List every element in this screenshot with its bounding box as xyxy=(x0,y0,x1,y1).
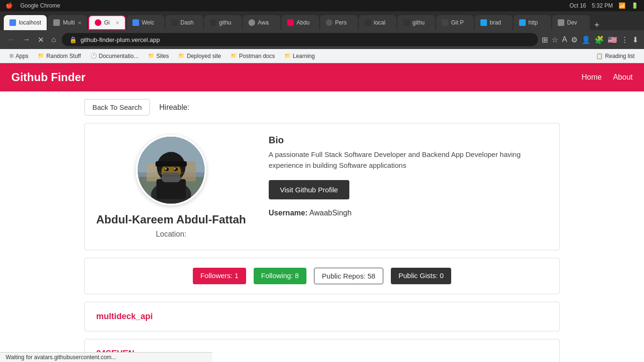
tab-localhost[interactable]: localhost xyxy=(4,15,47,30)
tab-brad[interactable]: brad xyxy=(475,15,512,30)
followers-badge: Followers: 1 xyxy=(193,268,246,284)
tab-http[interactable]: http xyxy=(513,15,551,30)
public-repos-badge: Public Repos: 58 xyxy=(314,268,383,284)
profile-icon[interactable]: 👤 xyxy=(581,35,591,44)
os-date: Oct 16 xyxy=(570,2,586,9)
bookmark-sites-label: Sites xyxy=(157,53,169,59)
navbar: Github Finder Home About xyxy=(0,63,644,91)
back-nav-button[interactable]: ← xyxy=(6,33,17,46)
tab-close-gi[interactable]: ✕ xyxy=(116,20,119,25)
username-row: Username: AwaabSingh xyxy=(269,209,548,217)
tab-dev[interactable]: Dev xyxy=(552,15,590,30)
bookmark-postman[interactable]: 📁 Postman docs xyxy=(227,52,279,60)
new-tab-button[interactable]: + xyxy=(591,20,603,30)
username-label: Username: xyxy=(269,209,308,217)
chrome-app-name: Google Chrome xyxy=(20,2,60,9)
profile-location: Location: xyxy=(156,230,186,239)
main-content: Back To Search Hireable: xyxy=(77,91,567,362)
bio-text: A passionate Full Stack Software Develop… xyxy=(269,149,548,171)
url-box[interactable]: 🔒 github-finder-plum.vercel.app xyxy=(62,33,538,46)
bookmark-random[interactable]: 📁 Random Stuff xyxy=(34,52,84,60)
profile-right: Bio A passionate Full Stack Software Dev… xyxy=(269,135,548,217)
tab-close-multi[interactable]: ✕ xyxy=(78,20,82,25)
bookmark-documentation[interactable]: 🕐 Documentatio... xyxy=(87,52,142,60)
public-gists-badge: Public Gists: 0 xyxy=(391,268,451,284)
folder-icon-deployed: 📁 xyxy=(178,53,185,59)
bookmark-postman-label: Postman docs xyxy=(239,53,275,59)
apple-icon: 🍎 xyxy=(6,2,13,9)
tab-gi[interactable]: Gi ✕ xyxy=(88,15,126,30)
back-to-search-button[interactable]: Back To Search xyxy=(84,99,150,115)
star-icon[interactable]: ☆ xyxy=(552,35,558,44)
folder-icon-sites: 📁 xyxy=(148,53,155,59)
bookmark-sites[interactable]: 📁 Sites xyxy=(144,52,173,60)
location-label: Location: xyxy=(156,230,186,238)
wifi-icon: 📶 xyxy=(619,2,626,9)
folder-icon-learning: 📁 xyxy=(284,53,291,59)
visit-github-button[interactable]: Visit Github Profile xyxy=(269,180,349,199)
battery-icon: 🔋 xyxy=(631,2,638,9)
address-bar: ← → ✕ ⌂ 🔒 github-finder-plum.vercel.app … xyxy=(0,30,644,49)
folder-icon-docs: 🕐 xyxy=(91,53,97,59)
profile-name: Abdul-Kareem Abdul-Fattah xyxy=(96,213,246,226)
tab-multi[interactable]: Multi ✕ xyxy=(48,15,87,30)
navbar-about-link[interactable]: About xyxy=(613,73,633,82)
apps-bm-icon: ⊞ xyxy=(9,53,14,59)
reading-list-button[interactable]: 📋 Reading list xyxy=(592,52,638,60)
tab-githu[interactable]: githu xyxy=(204,15,242,30)
repo-card-0: multideck_api xyxy=(84,302,560,331)
following-badge: Following: 8 xyxy=(254,268,306,284)
folder-icon-postman: 📁 xyxy=(231,53,237,59)
profile-left: Abdul-Kareem Abdul-Fattah Location: xyxy=(96,135,246,239)
home-button[interactable]: ⌂ xyxy=(50,33,58,46)
download-icon[interactable]: ⬇ xyxy=(632,35,638,44)
reading-list-label: Reading list xyxy=(605,53,635,59)
bookmark-deployed[interactable]: 📁 Deployed site xyxy=(174,52,225,60)
os-time: 5:32 PM xyxy=(592,2,613,9)
extensions-icon[interactable]: 🧩 xyxy=(594,35,604,44)
flags-icon[interactable]: 🇺🇸 xyxy=(608,35,617,44)
username-value: AwaabSingh xyxy=(309,209,352,217)
app-content: Github Finder Home About Back To Search … xyxy=(0,63,644,362)
os-bar: 🍎 Google Chrome Oct 16 5:32 PM 📶 🔋 xyxy=(0,0,644,11)
tab-welc[interactable]: Welc xyxy=(127,15,165,30)
svg-rect-9 xyxy=(156,161,187,166)
avatar xyxy=(136,135,206,206)
status-bar: Waiting for avatars.githubusercontent.co… xyxy=(0,352,212,362)
stats-card: Followers: 1 Following: 8 Public Repos: … xyxy=(84,258,560,294)
svg-rect-14 xyxy=(162,173,181,182)
reading-list-icon: 📋 xyxy=(596,53,603,59)
tab-githu2[interactable]: githu xyxy=(397,15,435,30)
navbar-home-link[interactable]: Home xyxy=(582,73,602,82)
bookmark-learning-label: Learning xyxy=(293,53,315,59)
settings-icon[interactable]: ⚙ xyxy=(571,35,578,44)
bookmark-learning[interactable]: 📁 Learning xyxy=(281,52,319,60)
bio-title: Bio xyxy=(269,135,548,146)
svg-point-13 xyxy=(174,168,176,170)
reload-button[interactable]: ✕ xyxy=(36,33,46,46)
tab-gitp[interactable]: Git P xyxy=(436,15,474,30)
repo-name-0[interactable]: multideck_api xyxy=(96,312,548,321)
navbar-brand[interactable]: Github Finder xyxy=(11,71,85,84)
hireable-label: Hireable: xyxy=(159,103,190,112)
url-text: github-finder-plum.vercel.app xyxy=(81,36,160,43)
translate-icon[interactable]: A xyxy=(562,35,567,44)
tab-abdu[interactable]: Abdu xyxy=(281,15,319,30)
svg-point-12 xyxy=(165,168,167,170)
status-text: Waiting for avatars.githubusercontent.co… xyxy=(6,354,116,361)
forward-nav-button[interactable]: → xyxy=(21,33,32,46)
menu-icon[interactable]: ⋮ xyxy=(621,35,628,44)
grid-icon[interactable]: ⊞ xyxy=(542,35,548,44)
tab-awa[interactable]: Awa xyxy=(243,15,281,30)
tab-dash[interactable]: Dash xyxy=(165,15,203,30)
lock-icon: 🔒 xyxy=(69,36,77,43)
bookmark-docs-label: Documentatio... xyxy=(99,53,139,59)
bookmark-apps[interactable]: ⊞ Apps xyxy=(6,52,32,60)
bookmarks-bar: ⊞ Apps 📁 Random Stuff 🕐 Documentatio... … xyxy=(0,49,644,63)
navbar-links: Home About xyxy=(582,73,633,82)
bookmark-random-label: Random Stuff xyxy=(46,53,81,59)
tab-pers[interactable]: Pers xyxy=(320,15,358,30)
bookmark-apps-label: Apps xyxy=(16,53,28,59)
tab-local[interactable]: local xyxy=(359,15,396,30)
top-row: Back To Search Hireable: xyxy=(84,99,560,115)
